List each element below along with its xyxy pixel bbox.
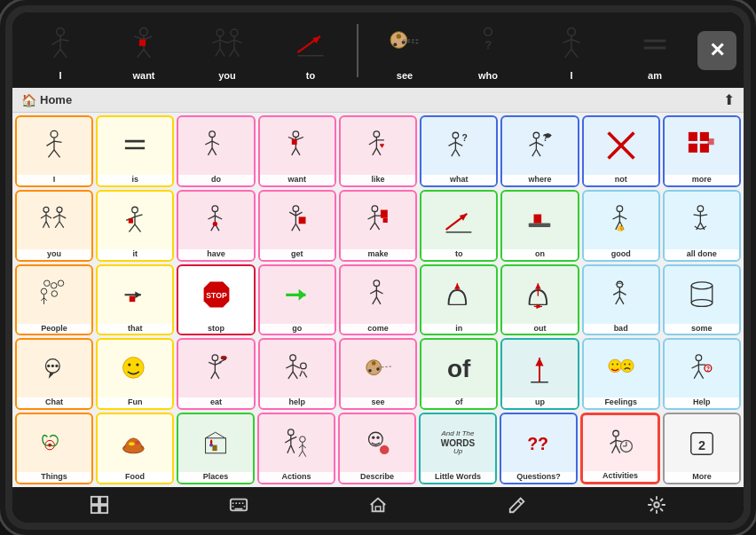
sentence-word-i2[interactable]: I (531, 20, 612, 81)
svg-line-253 (299, 445, 303, 447)
cell-come[interactable]: come (339, 264, 417, 336)
svg-point-31 (393, 43, 397, 46)
svg-line-122 (295, 212, 302, 216)
cell-not[interactable]: not (582, 115, 660, 187)
cell-label-out: out (502, 324, 577, 334)
sentence-word-you[interactable]: you (186, 20, 268, 81)
cell-places[interactable]: Places (177, 413, 255, 484)
cell-good[interactable]: 👍 good (582, 190, 660, 262)
cell-have[interactable]: have (177, 190, 255, 262)
cell-help2[interactable]: ? Help (663, 338, 741, 410)
cell-label-people: People (17, 324, 91, 334)
svg-line-183 (613, 291, 619, 295)
svg-line-57 (212, 148, 217, 155)
svg-line-124 (295, 224, 300, 232)
svg-line-41 (571, 49, 578, 57)
cell-questions[interactable]: ? ? Questions? (500, 413, 578, 484)
sentence-word-to[interactable]: to (270, 20, 351, 81)
svg-rect-137 (529, 224, 550, 227)
sentence-word-am[interactable]: am (614, 20, 696, 81)
cell-where[interactable]: ? where (500, 115, 579, 187)
cell-that[interactable]: that (96, 264, 174, 336)
cell-all-done[interactable]: all done (663, 190, 741, 262)
svg-line-4 (54, 49, 60, 57)
svg-point-34 (484, 28, 492, 35)
svg-line-250 (291, 445, 295, 452)
cell-label-places: Places (178, 472, 253, 483)
cell-actions[interactable]: Actions (257, 413, 335, 484)
svg-line-24 (234, 49, 239, 57)
sentence-word-who[interactable]: ? who (447, 20, 529, 81)
svg-line-16 (220, 40, 227, 43)
cell-some[interactable]: some (663, 264, 741, 336)
cell-label-help: help (260, 397, 335, 408)
svg-line-11 (144, 49, 150, 57)
home-nav-icon[interactable] (368, 495, 388, 515)
cell-on[interactable]: on (500, 190, 579, 262)
cell-go[interactable]: go (258, 264, 336, 336)
cell-activities[interactable]: Activities (580, 413, 660, 484)
svg-rect-132 (381, 210, 388, 218)
cell-food[interactable]: Food (96, 413, 174, 484)
cell-want[interactable]: want (258, 115, 336, 187)
cell-bad[interactable]: bad (582, 264, 660, 336)
cell-fun[interactable]: Fun (96, 338, 174, 410)
cell-things[interactable]: Things (15, 413, 93, 484)
svg-point-260 (380, 445, 389, 453)
cell-little-words[interactable]: And It The WORDS Up Little Words (419, 413, 497, 484)
cell-make[interactable]: make (339, 190, 417, 262)
home-label[interactable]: 🏠 Home (21, 93, 72, 107)
cell-of[interactable]: of of (420, 338, 498, 410)
cell-feelings[interactable]: Feelings (582, 338, 660, 410)
svg-text:👍: 👍 (615, 223, 624, 232)
cell-people[interactable]: People (15, 264, 93, 336)
sentence-word-i[interactable]: I (20, 20, 101, 81)
close-button[interactable]: ✕ (697, 31, 736, 70)
pencil-nav-icon[interactable] (508, 495, 527, 515)
svg-line-149 (700, 215, 707, 216)
cell-is[interactable]: is (96, 115, 174, 187)
cell-label-fun: Fun (98, 397, 172, 408)
sentence-word-see[interactable]: see (364, 20, 445, 81)
sentence-bar: I want (12, 12, 744, 88)
svg-line-109 (130, 224, 136, 232)
cell-it[interactable]: it (96, 190, 174, 262)
cell-do[interactable]: do (177, 115, 255, 187)
cell-label-that: that (98, 324, 172, 334)
cell-eat[interactable]: eat (177, 338, 255, 410)
cell-i[interactable]: I (15, 115, 93, 187)
svg-line-10 (138, 49, 144, 57)
keyboard-nav-icon[interactable] (229, 495, 248, 515)
svg-line-15 (212, 40, 220, 43)
cell-more[interactable]: more (663, 115, 741, 187)
svg-line-210 (288, 372, 293, 379)
cell-chat[interactable]: Chat (15, 338, 93, 410)
cell-label-go: go (260, 324, 335, 334)
cell-label-it: it (98, 249, 172, 260)
svg-line-104 (59, 222, 64, 228)
cell-to[interactable]: to (420, 190, 498, 262)
settings-nav-icon[interactable] (647, 495, 666, 515)
svg-line-148 (693, 215, 700, 216)
share-icon[interactable]: ⬆ (723, 91, 735, 108)
cell-stop[interactable]: STOP stop (177, 264, 255, 336)
cell-in[interactable]: in (420, 264, 498, 336)
cell-like[interactable]: ♥ like (339, 115, 417, 187)
cell-out[interactable]: out (500, 264, 579, 336)
cell-you[interactable]: you (15, 190, 93, 262)
svg-line-83 (532, 150, 537, 157)
sentence-word-want[interactable]: want (103, 20, 185, 81)
cell-up[interactable]: up (500, 338, 579, 410)
cell-get[interactable]: get (258, 190, 336, 262)
cell-help[interactable]: help (258, 338, 336, 410)
home-icon: 🏠 (21, 93, 36, 107)
svg-line-98 (46, 222, 50, 228)
svg-line-95 (41, 216, 46, 219)
cell-what[interactable]: ? what (420, 115, 498, 187)
svg-line-108 (135, 215, 143, 217)
grid-nav-icon[interactable] (90, 495, 109, 515)
svg-rect-91 (700, 144, 709, 153)
cell-see[interactable]: see (339, 338, 417, 410)
cell-describe[interactable]: Describe (338, 413, 416, 484)
cell-more-nav[interactable]: 2 More (663, 413, 741, 484)
